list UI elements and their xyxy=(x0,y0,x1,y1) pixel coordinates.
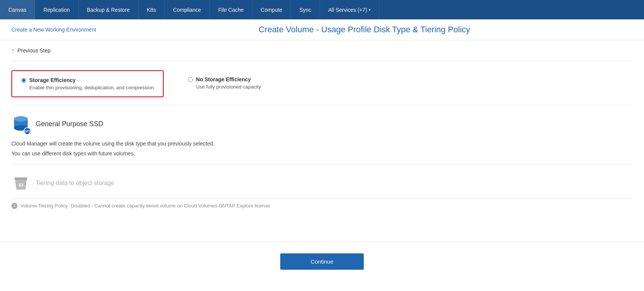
nav-replication[interactable]: Replication xyxy=(35,0,78,19)
gp2-disk-icon: GP2 xyxy=(11,114,30,133)
no-storage-efficiency-option[interactable]: No Storage Efficiency Use fully provisio… xyxy=(179,70,293,96)
main-content: ↑ Previous Step Storage Efficiency Enabl… xyxy=(0,40,644,219)
nav-compliance[interactable]: Compliance xyxy=(165,0,210,19)
gp2-badge: GP2 xyxy=(24,127,31,135)
volume-tiering-policy-row: i Volume Tiering Policy Disabled - Canno… xyxy=(11,199,633,213)
tiering-label: Tiering data to object storage xyxy=(36,180,114,187)
continue-button[interactable]: Continue xyxy=(280,253,364,270)
disk-description-line1: Cloud Manager will create the volume usi… xyxy=(11,139,633,148)
nav-k8s[interactable]: K8s xyxy=(139,0,165,19)
nav-compute[interactable]: Compute xyxy=(253,0,291,19)
chevron-down-icon: ▾ xyxy=(369,8,371,12)
nav-backup-restore[interactable]: Backup & Restore xyxy=(79,0,139,19)
sub-header: Create a New Working Environment Create … xyxy=(0,19,644,40)
nav-file-cache[interactable]: File Cache xyxy=(210,0,253,19)
s3-bucket-icon: S3 xyxy=(11,174,30,193)
nav-all-services-label: All Services (+7) xyxy=(328,7,367,13)
no-storage-efficiency-desc: Use fully provisioned capacity xyxy=(196,84,261,90)
disk-header: GP2 General Purpose SSD xyxy=(11,114,633,133)
tiering-section: S3 Tiering data to object storage i Volu… xyxy=(11,164,633,219)
tiering-header: S3 Tiering data to object storage xyxy=(11,174,633,193)
nav-canvas[interactable]: Canvas xyxy=(0,0,35,19)
storage-efficiency-radio[interactable] xyxy=(21,78,26,83)
page-title: Create Volume - Usage Profile Disk Type … xyxy=(96,25,633,35)
no-storage-efficiency-radio[interactable] xyxy=(188,77,193,82)
previous-step-label: Previous Step xyxy=(17,47,51,54)
nav-compute-label: Compute xyxy=(261,7,283,13)
bucket-svg: S3 xyxy=(11,174,30,193)
info-icon: i xyxy=(11,203,17,209)
nav-k8s-label: K8s xyxy=(147,7,156,13)
disk-type-label: General Purpose SSD xyxy=(36,120,103,128)
svg-point-3 xyxy=(14,116,28,122)
nav-backup-restore-label: Backup & Restore xyxy=(87,7,130,13)
previous-step-button[interactable]: ↑ Previous Step xyxy=(11,40,633,61)
nav-replication-label: Replication xyxy=(43,7,69,13)
storage-efficiency-title: Storage Efficiency xyxy=(29,77,154,83)
nav-sync-label: Sync xyxy=(299,7,311,13)
nav-file-cache-label: File Cache xyxy=(218,7,244,13)
nav-sync[interactable]: Sync xyxy=(291,0,320,19)
svg-rect-4 xyxy=(14,177,27,180)
nav-compliance-label: Compliance xyxy=(173,7,201,13)
nav-all-services[interactable]: All Services (+7) ▾ xyxy=(320,0,379,19)
no-storage-efficiency-title: No Storage Efficiency xyxy=(196,76,261,82)
tiering-policy-value: Disabled - Cannot create capacity tiered… xyxy=(71,203,270,209)
top-nav: Canvas Replication Backup & Restore K8s … xyxy=(0,0,644,19)
up-arrow-icon: ↑ xyxy=(11,47,14,54)
disk-type-section: GP2 General Purpose SSD Cloud Manager wi… xyxy=(11,105,633,164)
disk-description-line2: You can use different disk types with fu… xyxy=(11,149,633,158)
svg-text:S3: S3 xyxy=(18,183,23,187)
storage-efficiency-option[interactable]: Storage Efficiency Enable thin provision… xyxy=(11,70,164,97)
storage-efficiency-desc: Enable thin provisioning, deduplication,… xyxy=(29,85,154,90)
footer: Continue xyxy=(0,242,644,281)
tiering-policy-label: Volume Tiering Policy xyxy=(21,203,68,209)
nav-canvas-label: Canvas xyxy=(8,7,26,13)
storage-profile-section: Storage Efficiency Enable thin provision… xyxy=(11,61,633,105)
breadcrumb[interactable]: Create a New Working Environment xyxy=(11,27,96,33)
